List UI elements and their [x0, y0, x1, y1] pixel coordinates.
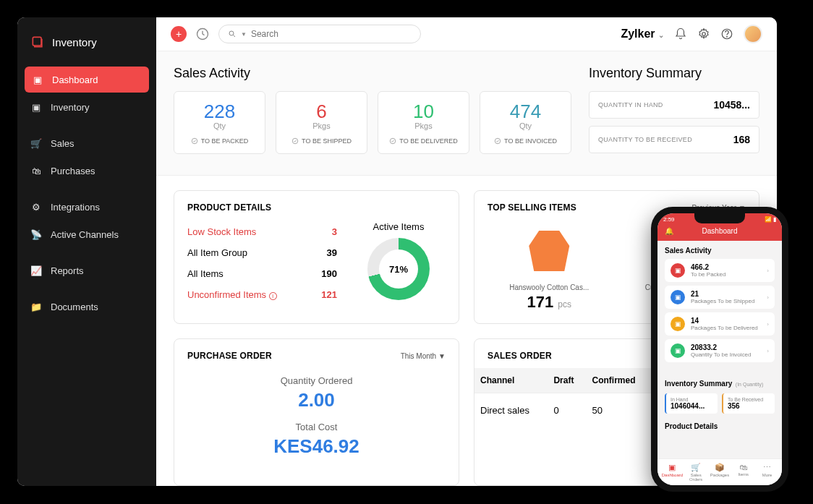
so-cell: 50 [587, 393, 653, 428]
pd-row[interactable]: All Items190 [187, 263, 337, 284]
mobile-preview: 2:59📶 ▮ 🔔 Dashboard Sales Activity ▣466.… [651, 207, 788, 492]
nav-label: Documents [51, 302, 98, 312]
stat-value: 10 [384, 101, 463, 123]
info-icon: i [269, 292, 277, 300]
phone-tab-packages[interactable]: 📦Packages [708, 463, 732, 482]
phone-stat-label: Packages To be Shipped [691, 298, 754, 304]
inv-label: QUANTITY TO BE RECEIVED [598, 136, 692, 143]
topbar-right: Zylker ⌄ [621, 25, 762, 43]
purchase-order-title: PURCHASE ORDER [187, 351, 272, 361]
nav-icon: ⚙ [30, 201, 42, 213]
donut-title: Active Items [352, 221, 446, 232]
phone-stat-icon: ▣ [671, 317, 685, 331]
check-circle-icon [494, 137, 501, 145]
chevron-right-icon: › [767, 321, 769, 328]
nav-label: Dashboard [52, 74, 98, 85]
svg-point-8 [391, 138, 396, 144]
sidebar-item-dashboard[interactable]: ▣Dashboard [25, 67, 149, 93]
phone-tab-icon: ⋯ [755, 463, 779, 472]
phone-inv-card: To Be Received356 [722, 393, 775, 414]
svg-point-7 [292, 138, 298, 144]
so-cell: Direct sales [474, 393, 548, 428]
phone-inv-label: In Hand [671, 397, 713, 402]
org-name: Zylker [621, 27, 655, 40]
stat-label: TO BE DELIVERED [384, 137, 463, 145]
search-input[interactable] [251, 29, 412, 39]
pd-value: 39 [327, 247, 337, 258]
stat-card-to-be-delivered[interactable]: 10 Pkgs TO BE DELIVERED [378, 91, 469, 154]
item-qty: 171 pcs [488, 293, 611, 312]
brand: Inventory [17, 30, 156, 65]
pd-row[interactable]: Low Stock Items3 [187, 221, 337, 242]
phone-tab-sales-orders[interactable]: 🛒Sales Orders [684, 463, 708, 482]
purchase-order-filter[interactable]: This Month ▼ [401, 352, 446, 360]
item-unit: pcs [558, 299, 571, 309]
phone-inv-value: 356 [728, 402, 770, 410]
check-circle-icon [191, 137, 198, 145]
phone-tab-more[interactable]: ⋯More [755, 463, 779, 482]
so-cell: 0 [548, 393, 586, 428]
phone-tab-bar: ▣Dashboard🛒Sales Orders📦Packages🛍Items⋯M… [657, 458, 782, 485]
inv-label: QUANTITY IN HAND [598, 101, 663, 108]
sales-activity-section: Sales Activity 228 Qty TO BE PACKED6 Pkg… [174, 66, 571, 161]
help-icon [720, 27, 733, 40]
phone-bell-icon[interactable]: 🔔 [665, 227, 673, 235]
sidebar-item-sales[interactable]: 🛒Sales [17, 130, 156, 156]
phone-notch [694, 213, 745, 223]
stat-card-to-be-invoiced[interactable]: 474 Qty TO BE INVOICED [480, 91, 571, 154]
pd-value: 3 [332, 226, 337, 237]
sidebar-item-inventory[interactable]: ▣Inventory [17, 94, 156, 120]
stat-label: TO BE INVOICED [486, 137, 565, 145]
phone-stat-icon: ▣ [671, 290, 685, 304]
item-image [524, 226, 574, 276]
phone-tab-items[interactable]: 🛍Items [731, 463, 755, 482]
nav-icon: 🛍 [30, 165, 42, 176]
po-cost-value: KES46.92 [187, 435, 446, 458]
stat-value: 474 [486, 101, 565, 123]
add-button[interactable]: + [171, 26, 187, 42]
svg-point-5 [727, 36, 728, 37]
settings-button[interactable] [697, 27, 710, 40]
stat-unit: Qty [180, 121, 259, 130]
history-icon [195, 27, 210, 41]
stat-card-to-be-packed[interactable]: 228 Qty TO BE PACKED [174, 91, 265, 154]
stat-card-to-be-shipped[interactable]: 6 Pkgs TO BE SHIPPED [276, 91, 367, 154]
phone-stat-value: 466.2 [691, 263, 725, 271]
pd-row[interactable]: All Item Group39 [187, 242, 337, 263]
phone-tab-dashboard[interactable]: ▣Dashboard [660, 463, 684, 482]
sidebar-item-reports[interactable]: 📈Reports [17, 257, 156, 283]
nav-icon: 📁 [30, 301, 42, 312]
pd-label: Low Stock Items [187, 226, 256, 237]
sidebar-item-documents[interactable]: 📁Documents [17, 294, 156, 320]
phone-header: 🔔 Dashboard [657, 224, 782, 241]
chevron-right-icon: › [767, 294, 769, 301]
sidebar-item-purchases[interactable]: 🛍Purchases [17, 158, 156, 184]
phone-stat-row[interactable]: ▣20833.2Quantity To be Invoiced› [665, 339, 775, 362]
history-button[interactable] [195, 27, 210, 41]
top-item-card[interactable]: Hanswooly Cotton Cas... 171 pcs [488, 221, 611, 312]
org-selector[interactable]: Zylker ⌄ [621, 27, 664, 40]
nav-label: Integrations [51, 202, 100, 213]
phone-stat-row[interactable]: ▣466.2To be Packed› [665, 259, 775, 282]
user-avatar[interactable] [744, 25, 762, 43]
sidebar-item-active-channels[interactable]: 📡Active Channels [17, 221, 156, 247]
sidebar-item-integrations[interactable]: ⚙Integrations [17, 194, 156, 220]
search-box[interactable]: ▼ [218, 25, 421, 43]
chevron-right-icon: › [767, 348, 769, 354]
summary-strip: Sales Activity 228 Qty TO BE PACKED6 Pkg… [156, 51, 777, 176]
so-header: Confirmed [587, 368, 653, 393]
pd-row[interactable]: Unconfirmed Items i121 [187, 284, 337, 305]
phone-stat-label: To be Packed [691, 271, 725, 278]
phone-stat-row[interactable]: ▣14Packages To be Delivered› [665, 312, 775, 336]
inventory-row: QUANTITY TO BE RECEIVED168 [589, 126, 759, 153]
phone-stat-label: Packages To be Delivered [691, 325, 758, 331]
bell-icon [674, 27, 687, 40]
filter-label: This Month [401, 352, 436, 360]
so-header: Draft [548, 368, 586, 393]
pd-label: All Item Group [187, 247, 247, 258]
help-button[interactable] [720, 27, 733, 40]
notifications-button[interactable] [674, 27, 687, 40]
phone-tab-icon: 📦 [708, 463, 732, 472]
phone-stat-row[interactable]: ▣21Packages To be Shipped› [665, 286, 775, 309]
svg-point-6 [192, 138, 197, 144]
